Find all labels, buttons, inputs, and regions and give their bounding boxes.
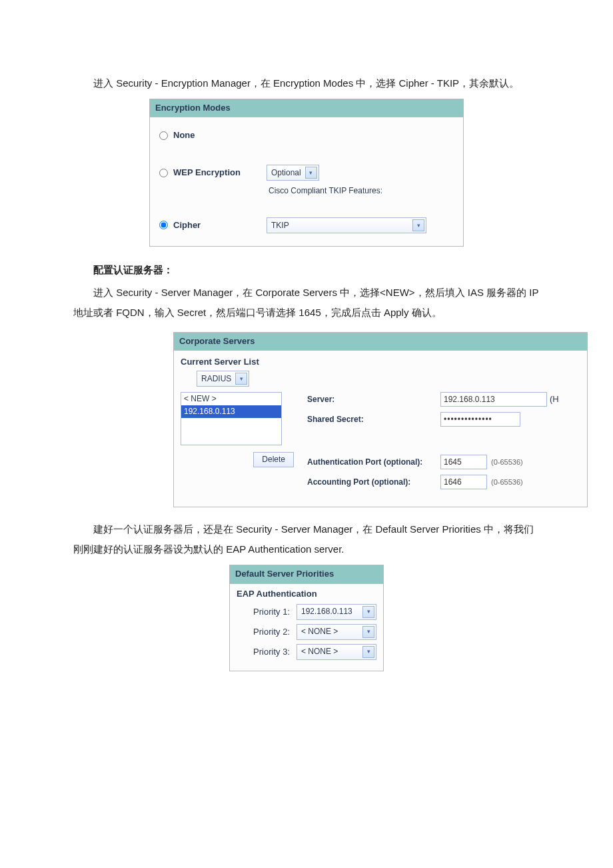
server-hostname-hint: (H (550, 393, 559, 405)
paragraph-encryption-intro: 进入 Security - Encryption Manager，在 Encry… (73, 73, 540, 93)
panel-body: None WEP Encryption Optional ▾ Cisco Com… (150, 117, 463, 246)
priority-row-1: Priority 1: 192.168.0.113 ▾ (237, 604, 376, 620)
server-label: Server: (307, 394, 440, 405)
priority-label: Priority 1: (237, 606, 290, 618)
encryption-option-cipher[interactable]: Cipher TKIP ▾ (157, 214, 456, 237)
panel-body: EAP Authentication Priority 1: 192.168.0… (230, 584, 383, 671)
wep-select[interactable]: Optional ▾ (267, 165, 319, 181)
chevron-down-icon: ▾ (235, 373, 247, 385)
radio-none[interactable] (159, 131, 168, 140)
radio-label: Cipher (173, 219, 253, 231)
server-type-select[interactable]: RADIUS ▾ (197, 371, 249, 387)
chevron-down-icon: ▾ (362, 626, 374, 638)
priority-row-3: Priority 3: < NONE > ▾ (237, 644, 376, 660)
radio-wep[interactable] (159, 169, 168, 177)
select-value: TKIP (271, 220, 289, 231)
text-line: 进入 Security - Encryption Manager，在 Encry… (73, 73, 519, 93)
server-list-column: < NEW > 192.168.0.113 Delete (181, 392, 294, 495)
port-range-hint: (0-65536) (491, 457, 523, 467)
encryption-option-wep[interactable]: WEP Encryption Optional ▾ (157, 161, 456, 184)
cipher-select[interactable]: TKIP ▾ (267, 217, 426, 233)
server-input[interactable]: 192.168.0.113 (440, 392, 547, 407)
server-fields-column: Server: 192.168.0.113 (H Shared Secret: … (307, 392, 580, 495)
priority-label: Priority 3: (237, 646, 290, 658)
panel-body: Current Server List RADIUS ▾ < NEW > 192… (174, 351, 587, 507)
port-range-hint: (0-65536) (491, 477, 523, 487)
panel-title: Encryption Modes (150, 99, 463, 117)
chevron-down-icon: ▾ (362, 646, 374, 658)
list-item[interactable]: 192.168.0.113 (181, 405, 281, 418)
select-value: Optional (271, 167, 301, 179)
select-value: < NONE > (301, 626, 338, 637)
default-server-priorities-panel: Default Server Priorities EAP Authentica… (229, 565, 384, 671)
priority-row-2: Priority 2: < NONE > ▾ (237, 624, 376, 640)
server-listbox[interactable]: < NEW > 192.168.0.113 (181, 392, 282, 445)
panel-title: Default Server Priorities (230, 565, 383, 583)
auth-port-input[interactable]: 1645 (440, 455, 487, 469)
text-line: 建好一个认证服务器后，还是在 Security - Server Manager… (73, 519, 540, 559)
shared-secret-input[interactable]: •••••••••••••• (440, 412, 520, 427)
list-item[interactable]: < NEW > (181, 393, 281, 405)
delete-button[interactable]: Delete (253, 452, 294, 467)
paragraph-priorities: 建好一个认证服务器后，还是在 Security - Server Manager… (73, 519, 540, 559)
encryption-modes-panel: Encryption Modes None WEP Encryption Opt… (149, 99, 464, 247)
priority-2-select[interactable]: < NONE > ▾ (297, 624, 376, 640)
radio-cipher[interactable] (159, 221, 168, 229)
text-line: 进入 Security - Server Manager，在 Corporate… (73, 283, 540, 323)
priority-label: Priority 2: (237, 626, 290, 638)
paragraph-server-manager: 进入 Security - Server Manager，在 Corporate… (73, 283, 540, 323)
document-page: 进入 Security - Encryption Manager，在 Encry… (0, 0, 613, 711)
tkip-features-label: Cisco Compliant TKIP Features: (269, 185, 456, 197)
acct-port-label: Accounting Port (optional): (307, 477, 440, 488)
chevron-down-icon: ▾ (362, 606, 374, 618)
eap-auth-heading: EAP Authentication (237, 588, 376, 600)
server-list-heading: Current Server List (181, 356, 580, 368)
chevron-down-icon: ▾ (412, 219, 424, 231)
select-value: 192.168.0.113 (301, 606, 352, 617)
encryption-option-none[interactable]: None (157, 124, 456, 147)
corporate-servers-panel: Corporate Servers Current Server List RA… (173, 332, 588, 507)
auth-port-label: Authentication Port (optional): (307, 457, 440, 468)
shared-secret-label: Shared Secret: (307, 414, 440, 425)
priority-1-select[interactable]: 192.168.0.113 ▾ (297, 604, 376, 620)
acct-port-input[interactable]: 1646 (440, 475, 487, 489)
radio-label: None (173, 129, 195, 141)
priority-3-select[interactable]: < NONE > ▾ (297, 644, 376, 660)
heading-auth-server: 配置认证服务器： (73, 260, 540, 280)
select-value: RADIUS (201, 373, 231, 385)
panel-title: Corporate Servers (174, 333, 587, 351)
select-value: < NONE > (301, 646, 338, 657)
chevron-down-icon: ▾ (305, 167, 317, 179)
radio-label: WEP Encryption (173, 167, 253, 179)
